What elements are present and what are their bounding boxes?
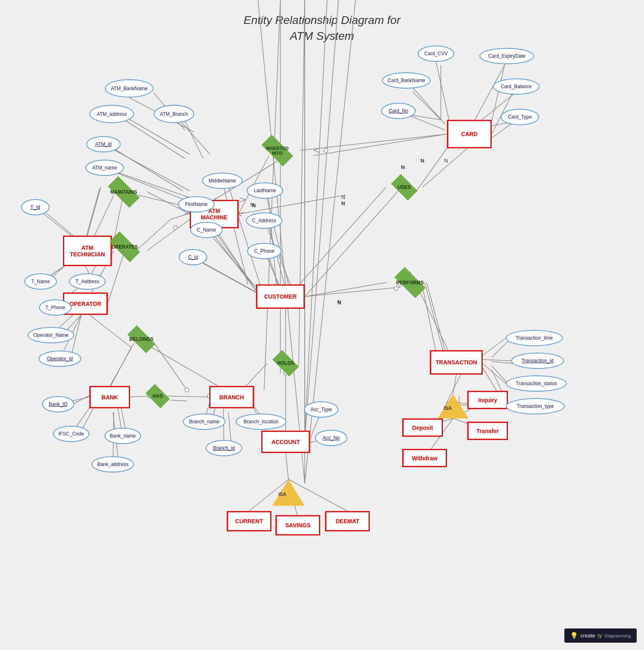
svg-line-19 [228, 183, 260, 284]
svg-point-152 [173, 225, 178, 230]
attr-ifsc-code: IFSC_Code [53, 426, 89, 442]
svg-line-46 [492, 362, 514, 364]
attr-c-phone: C_Phone [247, 243, 282, 259]
svg-text:N: N [252, 202, 256, 208]
svg-line-115 [110, 347, 131, 388]
svg-line-45 [492, 341, 508, 358]
attr-t-name: T_Name [24, 273, 57, 290]
svg-line-150 [314, 148, 319, 150]
attr-operator-id: Operator_id [39, 351, 81, 367]
attr-branch-id: Branch_id [206, 440, 242, 456]
attr-tx-id: Transaction_id [511, 353, 564, 369]
svg-text:N: N [401, 164, 405, 170]
attr-card-cvv: Card_CVV [418, 46, 454, 62]
attr-c-address: C_Address [246, 212, 282, 229]
svg-text:N: N [250, 202, 254, 208]
svg-line-24 [197, 260, 256, 292]
svg-line-21 [268, 193, 276, 284]
svg-line-106 [483, 360, 511, 361]
entity-customer: CUSTOMER [256, 284, 305, 309]
svg-point-164 [324, 148, 328, 152]
svg-line-140 [193, 257, 264, 297]
attr-c-name: C_Name [190, 222, 223, 238]
attr-atm-bankname: ATM_BankName [105, 79, 154, 98]
attr-acc-type: Acc_Type [304, 401, 338, 418]
attr-card-bankname: Card_BankName [382, 72, 431, 89]
svg-line-85 [147, 219, 190, 251]
svg-line-70 [305, 0, 327, 435]
svg-line-57 [108, 343, 134, 390]
svg-line-116 [152, 347, 221, 388]
entity-withdraw: Withdraw [402, 449, 447, 467]
entity-branch: BRANCH [209, 386, 254, 408]
isa-account-label: ISA [278, 492, 286, 497]
isa-transaction [438, 394, 468, 418]
svg-line-39 [305, 191, 398, 297]
attr-operator-name: Operator_Name [28, 327, 74, 343]
svg-line-18 [171, 213, 190, 219]
svg-line-107 [483, 364, 506, 384]
attr-card-expiry: Card_ExpiryDate [479, 48, 534, 64]
attr-card-type: Card_Type [501, 109, 539, 125]
svg-line-73 [258, 0, 305, 483]
svg-line-30 [239, 195, 345, 214]
attr-c-id: C_id [179, 249, 207, 265]
svg-line-155 [86, 189, 100, 237]
svg-line-138 [206, 230, 260, 292]
svg-line-5 [42, 209, 73, 236]
attr-t-phone: T_Phone [39, 299, 72, 316]
attr-lastname: LastName [247, 182, 283, 199]
attr-t-address: T_Address [69, 273, 106, 290]
attr-tx-type: Transaction_type [506, 398, 565, 414]
svg-line-84 [185, 212, 190, 214]
entity-savings: SAVINGS [275, 515, 320, 535]
attr-card-no: Card_No [381, 103, 416, 119]
attr-atm-name: ATM_name [85, 160, 124, 176]
svg-line-109 [453, 375, 456, 394]
relation-has: HAS [141, 386, 174, 406]
relation-inserted-into: INSERTEDINTO [254, 139, 301, 162]
svg-line-22 [211, 232, 256, 290]
svg-line-137 [265, 191, 288, 284]
entity-deposit: Deposit [402, 418, 443, 437]
svg-line-151 [314, 150, 319, 152]
svg-line-71 [305, 0, 338, 441]
svg-line-102 [305, 282, 387, 297]
watermark: 💡 creately Diagramming [564, 628, 637, 643]
relation-performs: PERFORMS [387, 271, 433, 294]
svg-text:N: N [444, 158, 448, 164]
isa-transaction-label: ISA [444, 405, 452, 411]
attr-firstname: FirstName [178, 196, 215, 212]
relation-maintains: MAINTAINS [100, 181, 147, 203]
entity-transfer: Transfer [467, 422, 508, 440]
attr-atm-branch: ATM_Branch [154, 105, 194, 123]
svg-line-98 [423, 148, 467, 187]
attr-atm-id: ATM_id [86, 136, 121, 152]
svg-line-68 [299, 0, 305, 366]
attr-bank-name: Bank_name [104, 428, 141, 444]
entity-bank: BANK [89, 386, 130, 408]
svg-line-1 [120, 117, 185, 158]
svg-line-29 [239, 214, 242, 216]
svg-line-94 [300, 134, 447, 150]
svg-line-42 [305, 287, 400, 297]
svg-line-135 [222, 181, 248, 284]
svg-line-149 [240, 200, 246, 202]
page-title: Entity Relationship Diagram for ATM Syst… [0, 12, 644, 44]
relation-holds: HOLDS [267, 353, 304, 374]
attr-bank-address: Bank_address [91, 456, 134, 472]
svg-line-66 [228, 412, 231, 443]
watermark-sub: Diagramming [605, 633, 631, 638]
svg-line-58 [154, 343, 187, 390]
relation-operates: OPERATES [102, 236, 147, 258]
attr-acc-no: Acc_No [315, 430, 347, 446]
attr-tx-status: Transaction_status [506, 375, 567, 392]
attr-atm-address: ATM_address [89, 105, 134, 123]
svg-line-2 [183, 117, 203, 158]
relation-uses: USES [386, 177, 423, 198]
bulb-icon: 💡 [570, 632, 578, 639]
svg-text:N: N [337, 299, 341, 305]
attr-card-balance: Card_Balance [493, 78, 540, 95]
isa-account [272, 479, 305, 506]
svg-text:N: N [341, 200, 345, 206]
